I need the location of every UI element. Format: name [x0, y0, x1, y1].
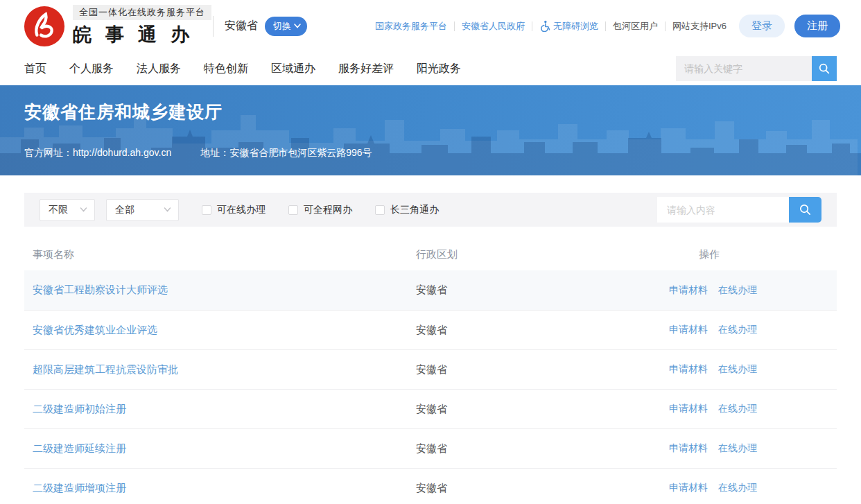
service-link[interactable]: 二级建造师初始注册 — [33, 403, 126, 415]
checkbox-icon — [288, 205, 298, 215]
nav-items: 首页 个人服务 法人服务 特色创新 区域通办 服务好差评 阳光政务 — [24, 62, 461, 76]
page: 全国一体化在线政务服务平台 皖事通办 安徽省 切换 国家政务服务平台 安徽省人民… — [0, 0, 861, 504]
keyword-search-button[interactable] — [812, 56, 837, 81]
apply-materials-link[interactable]: 申请材料 — [669, 363, 708, 376]
nav-item-regional[interactable]: 区域通办 — [271, 62, 315, 76]
link-accessibility[interactable]: 无障碍浏览 — [539, 20, 598, 33]
main-nav: 首页 个人服务 法人服务 特色创新 区域通办 服务好差评 阳光政务 — [0, 52, 861, 85]
handle-online-link[interactable]: 在线办理 — [718, 363, 757, 376]
table-row: 安徽省优秀建筑业企业评选 安徽省 申请材料 在线办理 — [24, 310, 837, 349]
table-header: 事项名称 行政区划 操作 — [24, 239, 837, 270]
accessibility-label: 无障碍浏览 — [553, 20, 598, 33]
region-cell: 安徽省 — [416, 284, 669, 297]
chevron-down-icon — [80, 207, 87, 212]
services-table: 事项名称 行政区划 操作 安徽省工程勘察设计大师评选 安徽省 申请材料 在线办理… — [24, 239, 837, 504]
handle-online-link[interactable]: 在线办理 — [718, 284, 757, 297]
divider — [532, 21, 532, 31]
column-header-region: 行政区划 — [416, 248, 669, 261]
register-button[interactable]: 注册 — [794, 15, 840, 37]
region-cell: 安徽省 — [416, 482, 669, 495]
top-bar: 全国一体化在线政务服务平台 皖事通办 安徽省 切换 国家政务服务平台 安徽省人民… — [0, 0, 861, 52]
service-link[interactable]: 超限高层建筑工程抗震设防审批 — [33, 363, 178, 375]
table-row: 二级建造师延续注册 安徽省 申请材料 在线办理 — [24, 428, 837, 468]
content-search — [657, 197, 821, 223]
divider — [605, 21, 606, 31]
handle-online-link[interactable]: 在线办理 — [718, 482, 757, 494]
apply-materials-link[interactable]: 申请材料 — [669, 482, 708, 494]
checkbox-label: 可全程网办 — [304, 204, 352, 216]
column-header-action: 操作 — [669, 248, 837, 261]
checkbox-label: 长三角通办 — [390, 204, 439, 216]
table-row: 二级建造师增项注册 安徽省 申请材料 在线办理 — [24, 468, 837, 504]
nav-item-home[interactable]: 首页 — [24, 62, 46, 76]
checkbox-online-available[interactable]: 可在线办理 — [202, 204, 266, 216]
region-switch-button[interactable]: 切换 — [265, 17, 307, 36]
service-link[interactable]: 二级建造师增项注册 — [33, 482, 126, 494]
divider — [213, 16, 214, 37]
scope-dropdown-value: 不限 — [49, 204, 68, 216]
login-button[interactable]: 登录 — [739, 15, 785, 37]
nav-item-innovation[interactable]: 特色创新 — [204, 62, 248, 76]
column-header-name: 事项名称 — [33, 248, 416, 261]
nav-item-personal[interactable]: 个人服务 — [69, 62, 114, 76]
type-dropdown[interactable]: 全部 — [106, 199, 179, 221]
checkbox-icon — [202, 205, 211, 215]
filter-bar: 不限 全部 可在线办理 可全程网办 长三角通办 — [24, 193, 837, 227]
divider — [665, 21, 666, 31]
scope-dropdown[interactable]: 不限 — [40, 199, 95, 221]
link-ipv6: 网站支持IPv6 — [672, 20, 727, 33]
department-website: 官方网址：http://dohurd.ah.gov.cn — [24, 147, 171, 159]
banner-content: 安徽省住房和城乡建设厅 官方网址：http://dohurd.ah.gov.cn… — [0, 85, 861, 159]
checkbox-icon — [375, 205, 385, 215]
table-row: 二级建造师初始注册 安徽省 申请材料 在线办理 — [24, 389, 837, 428]
keyword-search-input[interactable] — [676, 56, 812, 81]
region-cell: 安徽省 — [416, 403, 669, 416]
link-provincial-gov[interactable]: 安徽省人民政府 — [462, 20, 525, 33]
divider — [454, 21, 455, 31]
apply-materials-link[interactable]: 申请材料 — [669, 324, 708, 336]
department-banner: 安徽省住房和城乡建设厅 官方网址：http://dohurd.ah.gov.cn… — [0, 85, 861, 175]
link-national-platform[interactable]: 国家政务服务平台 — [375, 20, 447, 33]
brand-name: 皖事通办 — [73, 22, 225, 47]
nav-item-legal[interactable]: 法人服务 — [137, 62, 181, 76]
current-region-label: 安徽省 — [225, 19, 258, 33]
wheelchair-icon — [539, 20, 551, 32]
nav-item-sunshine[interactable]: 阳光政务 — [417, 62, 461, 76]
checkbox-full-online[interactable]: 可全程网办 — [288, 204, 352, 216]
search-icon — [799, 203, 812, 216]
region-cell: 安徽省 — [416, 324, 669, 337]
apply-materials-link[interactable]: 申请材料 — [669, 442, 708, 455]
table-row: 安徽省工程勘察设计大师评选 安徽省 申请材料 在线办理 — [24, 270, 837, 310]
content-search-input[interactable] — [657, 197, 789, 223]
service-link[interactable]: 安徽省优秀建筑业企业评选 — [33, 324, 157, 336]
content-search-button[interactable] — [789, 197, 821, 223]
type-dropdown-value: 全部 — [115, 204, 134, 216]
department-title: 安徽省住房和城乡建设厅 — [24, 85, 837, 123]
department-address: 地址：安徽省合肥市包河区紫云路996号 — [200, 147, 372, 159]
brand-block: 全国一体化在线政务服务平台 皖事通办 — [73, 5, 211, 47]
platform-tagline: 全国一体化在线政务服务平台 — [73, 5, 211, 20]
region-cell: 安徽省 — [416, 363, 669, 376]
nav-item-rating[interactable]: 服务好差评 — [338, 62, 394, 76]
handle-online-link[interactable]: 在线办理 — [718, 403, 757, 415]
top-links: 国家政务服务平台 安徽省人民政府 无障碍浏览 包河区用户 网站支持IPv6 — [375, 20, 727, 33]
nav-search — [676, 56, 837, 81]
platform-logo-icon — [23, 5, 66, 48]
checkbox-yangtze-delta[interactable]: 长三角通办 — [375, 204, 439, 216]
service-link[interactable]: 二级建造师延续注册 — [33, 442, 126, 454]
apply-materials-link[interactable]: 申请材料 — [669, 284, 708, 297]
department-meta: 官方网址：http://dohurd.ah.gov.cn 地址：安徽省合肥市包河… — [24, 147, 837, 159]
handle-online-link[interactable]: 在线办理 — [718, 442, 757, 455]
region-cell: 安徽省 — [416, 442, 669, 455]
search-icon — [818, 62, 830, 75]
handle-online-link[interactable]: 在线办理 — [718, 324, 757, 336]
checkbox-label: 可在线办理 — [217, 204, 266, 216]
apply-materials-link[interactable]: 申请材料 — [669, 403, 708, 415]
table-row: 超限高层建筑工程抗震设防审批 安徽省 申请材料 在线办理 — [24, 349, 837, 389]
chevron-down-icon — [294, 24, 301, 28]
link-district-user[interactable]: 包河区用户 — [613, 20, 658, 33]
service-link[interactable]: 安徽省工程勘察设计大师评选 — [33, 284, 168, 295]
chevron-down-icon — [164, 207, 171, 212]
region-switch-label: 切换 — [273, 20, 291, 33]
